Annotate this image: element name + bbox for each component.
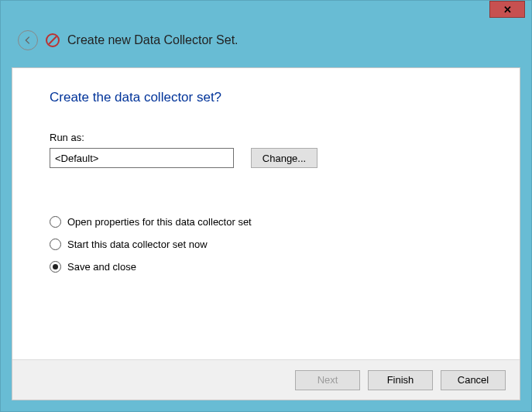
wizard-window: ✕ Create new Data Collector Set. Create … xyxy=(0,0,532,412)
runas-input[interactable] xyxy=(50,148,234,168)
footer: Next Finish Cancel xyxy=(12,359,520,400)
radio-label: Save and close xyxy=(67,261,136,273)
window-title: Create new Data Collector Set. xyxy=(67,33,239,47)
runas-label: Run as: xyxy=(50,132,482,143)
perfmon-icon xyxy=(46,33,60,47)
content-panel: Create the data collector set? Run as: C… xyxy=(12,67,520,400)
radio-option-open-properties[interactable]: Open properties for this data collector … xyxy=(50,216,482,228)
finish-button[interactable]: Finish xyxy=(368,370,433,390)
page-heading: Create the data collector set? xyxy=(50,90,482,105)
runas-row: Change... xyxy=(50,148,482,168)
radio-icon xyxy=(50,216,61,228)
radio-icon xyxy=(50,261,61,273)
radio-option-start-now[interactable]: Start this data collector set now xyxy=(50,239,482,250)
change-button[interactable]: Change... xyxy=(251,148,317,168)
close-icon: ✕ xyxy=(503,4,512,15)
back-button[interactable] xyxy=(18,30,38,50)
close-button[interactable]: ✕ xyxy=(489,1,525,18)
header: Create new Data Collector Set. xyxy=(1,19,531,66)
radio-icon xyxy=(50,239,61,250)
radio-label: Start this data collector set now xyxy=(67,239,208,250)
back-arrow-icon xyxy=(22,35,33,46)
titlebar: ✕ xyxy=(1,1,531,19)
radio-option-save-close[interactable]: Save and close xyxy=(50,261,482,273)
cancel-button[interactable]: Cancel xyxy=(441,370,506,390)
content-inner: Create the data collector set? Run as: C… xyxy=(12,68,520,305)
next-button[interactable]: Next xyxy=(295,370,360,390)
radio-label: Open properties for this data collector … xyxy=(67,216,252,228)
